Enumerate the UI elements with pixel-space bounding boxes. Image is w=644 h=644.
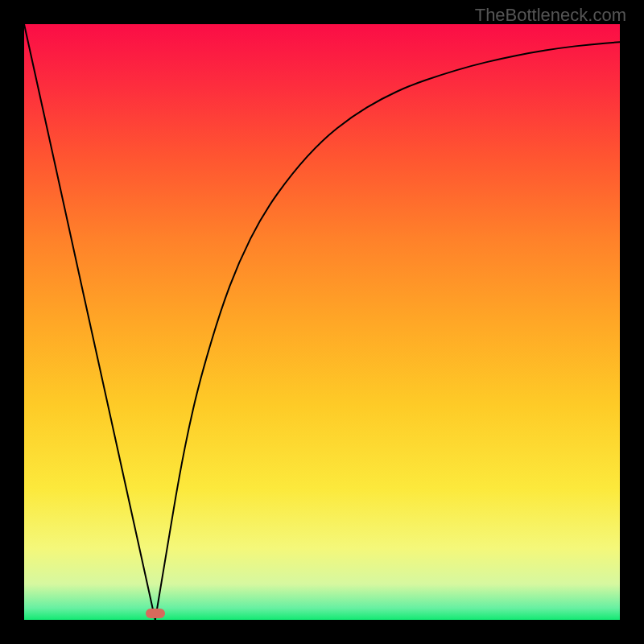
watermark: TheBottleneck.com <box>475 5 626 26</box>
chart-plot-area <box>24 24 620 620</box>
chart-curve <box>24 24 620 620</box>
chart-svg <box>24 24 620 620</box>
chart-marker <box>146 609 165 618</box>
